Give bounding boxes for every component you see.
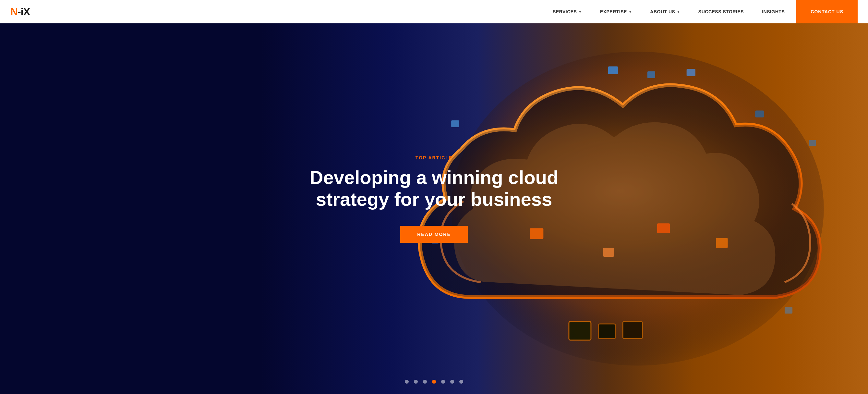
carousel-dot-4[interactable] (432, 380, 436, 384)
nav-item-expertise[interactable]: EXPERTISE ▼ (591, 0, 641, 23)
logo-n: N (10, 6, 18, 18)
read-more-label: READ MORE (417, 232, 451, 237)
svg-rect-12 (623, 322, 642, 339)
header: N-iX SERVICES ▼ EXPERTISE ▼ ABOUT US ▼ S… (0, 0, 868, 23)
svg-rect-6 (755, 111, 764, 118)
logo[interactable]: N-iX (10, 6, 30, 18)
hero-section: TOP ARTICLE Developing a winning cloud s… (0, 23, 868, 394)
carousel-dot-2[interactable] (414, 380, 418, 384)
svg-rect-11 (598, 324, 616, 338)
svg-rect-5 (451, 120, 459, 127)
nav-label-expertise: EXPERTISE (600, 9, 627, 14)
svg-rect-10 (569, 322, 591, 340)
chevron-down-icon: ▼ (629, 10, 632, 13)
svg-rect-7 (809, 140, 816, 146)
nav-item-about[interactable]: ABOUT US ▼ (641, 0, 689, 23)
carousel-dot-6[interactable] (450, 380, 454, 384)
carousel-dot-7[interactable] (459, 380, 463, 384)
hero-content: TOP ARTICLE Developing a winning cloud s… (0, 155, 868, 262)
nav-label-success: SUCCESS STORIES (699, 9, 744, 14)
hero-title: Developing a winning cloud strategy for … (288, 167, 580, 210)
svg-rect-15 (687, 69, 695, 76)
nav-item-insights[interactable]: INSIGHTS (753, 0, 794, 23)
carousel-dot-1[interactable] (405, 380, 409, 384)
logo-dash: - (18, 6, 21, 18)
carousel-dot-3[interactable] (423, 380, 427, 384)
nav-label-services: SERVICES (553, 9, 577, 14)
svg-rect-8 (785, 307, 793, 313)
svg-rect-14 (647, 71, 655, 78)
contact-button-label: CONTACT US (811, 9, 843, 14)
carousel-dot-5[interactable] (441, 380, 445, 384)
nav-label-about: ABOUT US (650, 9, 675, 14)
nav-item-success[interactable]: SUCCESS STORIES (689, 0, 753, 23)
nav-item-services[interactable]: SERVICES ▼ (544, 0, 591, 23)
contact-button[interactable]: CONTACT US (796, 0, 858, 23)
svg-rect-13 (608, 66, 618, 74)
read-more-button[interactable]: READ MORE (400, 226, 468, 243)
chevron-down-icon: ▼ (578, 10, 582, 13)
logo-ix: iX (21, 6, 30, 18)
top-article-label: TOP ARTICLE (415, 155, 453, 160)
nav-label-insights: INSIGHTS (762, 9, 785, 14)
chevron-down-icon: ▼ (677, 10, 680, 13)
main-nav: SERVICES ▼ EXPERTISE ▼ ABOUT US ▼ SUCCES… (544, 0, 794, 23)
carousel-dots (405, 380, 463, 384)
